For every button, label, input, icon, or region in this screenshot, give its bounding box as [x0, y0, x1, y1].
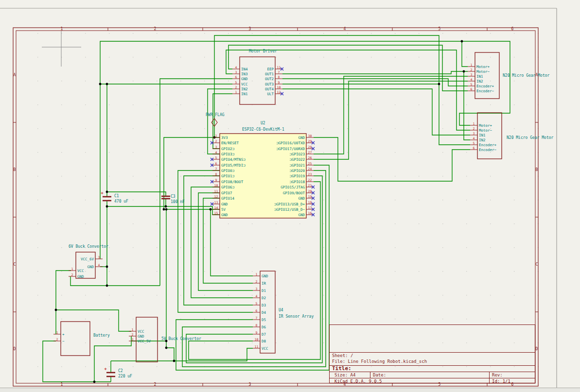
pin-name: VCC [77, 269, 84, 273]
pin-name: IN4 [241, 67, 248, 71]
pin-name: GPIO14 [221, 196, 235, 201]
canvas-bottom-strip [0, 388, 580, 392]
pin-number: 5 [215, 156, 217, 160]
pin-name: D8 [262, 339, 266, 343]
pin-number: 9 [215, 178, 217, 182]
file-name: File: Line Following Robot.kicad_sch [332, 358, 532, 364]
pin-number: 22 [308, 178, 312, 182]
pin-name: GPIO0⊐ [221, 169, 235, 173]
pin-number: 11 [214, 189, 218, 193]
pin-number: 7 [256, 316, 258, 320]
wire-junction [106, 205, 108, 208]
pin-number: 1 [235, 90, 237, 94]
pin-number: 9 [256, 331, 258, 335]
title-label: Title: [330, 365, 535, 372]
pin-name: 5V [221, 207, 226, 212]
component-label: 6V Buck Convertor [69, 244, 108, 249]
pin-number: 6 [256, 309, 258, 313]
component-label: 5V Buck Convertor [161, 337, 201, 341]
pin-name: ⊐GPIO20 [289, 169, 305, 173]
pin-number: 2 [473, 127, 475, 131]
capacitor-polarity-mark: + [101, 190, 104, 195]
pin-name: ⊐GPIO22 [289, 157, 305, 162]
title-block-comment-area [330, 325, 535, 352]
pin-name: OUT4 [265, 87, 274, 91]
pin-number: 7 [278, 70, 280, 74]
pin-number: 2 [215, 139, 217, 143]
pin-name: D7 [262, 332, 266, 337]
power-flag-label: PWR_FLAG [206, 113, 225, 117]
paper-size: Size: A4 [332, 372, 370, 378]
pin-number: 2 [71, 273, 73, 277]
pin-name: GND [221, 213, 228, 217]
wire-junction [165, 208, 168, 211]
pin-number: 5 [473, 141, 475, 145]
pin-name: D3 [262, 303, 266, 307]
pin-number: 1 [473, 122, 475, 126]
pin-number: 2 [56, 338, 58, 341]
pin-name: ⊐GPIO23 [289, 152, 305, 156]
pin-name: ⊐GPIO12/USB_D− [274, 207, 305, 212]
pin-name: IN2 [241, 87, 248, 91]
pin-name: GPIO4/MTNS⊐ [221, 157, 246, 162]
pin-number: 1 [132, 328, 134, 332]
pin-name: ⊐GPIO21 [289, 163, 305, 168]
date-field: Date: [370, 372, 489, 378]
wire-junction [173, 360, 176, 362]
border-column-label: 1 [61, 27, 63, 31]
pin-name: GND [298, 213, 305, 217]
pin-name: D6 [262, 325, 266, 329]
pin-name: D4 [262, 310, 266, 315]
pin-number: 3 [98, 256, 100, 259]
pin-number: 8 [278, 75, 280, 79]
border-row-label: C [14, 262, 16, 267]
pin-name: GPIO6⊐ [221, 185, 235, 189]
pin-name: IN1 [476, 74, 483, 79]
pin-name: Encoder+ [479, 143, 497, 147]
component-label: N20 Micro Gear Motor [507, 136, 554, 140]
pin-number: 18 [308, 201, 312, 205]
pin-number: 2 [471, 68, 473, 72]
pin-number: 1 [71, 267, 73, 271]
pin-number: 4 [235, 66, 237, 69]
pin-number: 2 [256, 280, 258, 284]
wire-junction [210, 208, 212, 211]
pin-name: ⊐GPIO17/U0RXD [276, 147, 305, 151]
component-label: ESP32-C6-DevKitM-1 [242, 127, 284, 132]
wire-junction [165, 347, 168, 349]
border-row-label: D [536, 347, 538, 351]
pin-name: GND [298, 136, 305, 140]
pin-name: VCC_5V [138, 339, 151, 343]
pin-name: GPIO15/JTAG [281, 185, 305, 189]
pin-name: D1 [262, 289, 266, 293]
pin-number: 6 [235, 75, 237, 79]
wire-junction [106, 285, 108, 287]
component-esp32[interactable]: 13V32EN/RESET3GPIO2⊐4GPIO3⊐5GPIO4/MTNS⊐6… [211, 134, 315, 218]
pin-number: 24 [308, 167, 312, 171]
pin-number: 10 [277, 85, 281, 89]
wire-junction [106, 83, 108, 85]
pin-name: GPIO8/BOOT [221, 180, 244, 184]
pin-name: GPIO5/MTDI⊐ [221, 163, 246, 168]
pin-number: 12 [277, 90, 281, 94]
pin-number: 26 [308, 156, 312, 160]
border-column-label: 6 [511, 27, 514, 31]
pin-name: D5 [262, 318, 266, 322]
pin-name: GPIO2⊐ [221, 147, 235, 151]
pin-name: ULT [267, 92, 274, 96]
wire-junction [438, 83, 440, 85]
pin-name: Motor− [479, 128, 492, 133]
pin-name: Motor+ [479, 123, 492, 128]
pin-name: GPIO9/BOOT [283, 191, 305, 195]
pin-number: 8 [215, 172, 217, 176]
pin-number: 10 [214, 184, 218, 187]
wire-junction [93, 381, 96, 383]
pin-name: VCC [241, 82, 248, 86]
pin-number: 3 [471, 73, 473, 77]
pin-number: 3 [215, 145, 217, 149]
pin-name: GND [262, 274, 268, 278]
rev-field: Rev: [489, 372, 532, 378]
border-column-label: 5 [439, 27, 441, 31]
pin-name: 3V3 [221, 136, 228, 140]
border-row-label: A [14, 73, 16, 77]
